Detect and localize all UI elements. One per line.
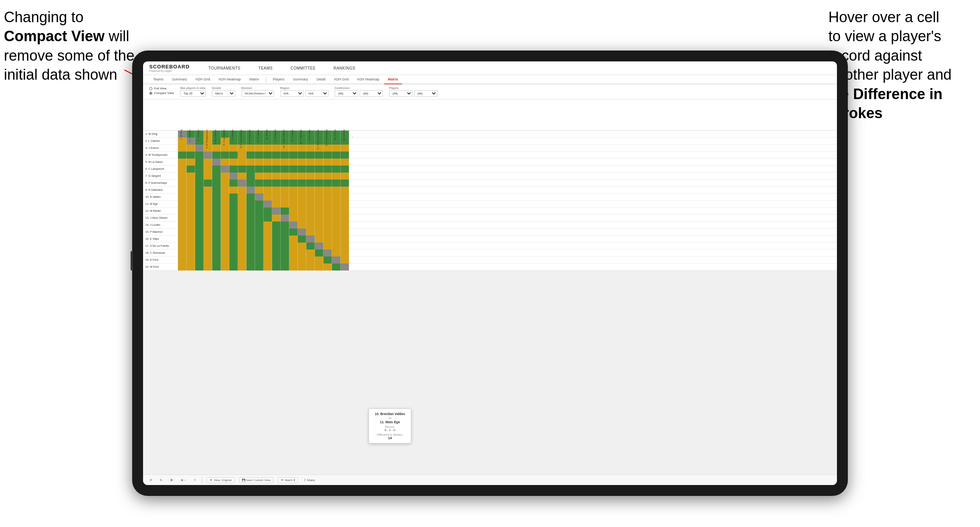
cell-13-10[interactable] [255, 215, 264, 222]
cell-9-9[interactable] [246, 187, 255, 194]
cell-11-8[interactable] [238, 201, 246, 208]
cell-5-15[interactable] [298, 159, 306, 166]
cell-7-13[interactable] [281, 173, 289, 180]
cell-14-1[interactable] [178, 222, 187, 229]
cell-19-13[interactable] [281, 257, 289, 264]
cell-7-12[interactable] [272, 173, 281, 180]
cell-18-19[interactable] [332, 250, 341, 257]
cell-17-12[interactable] [272, 243, 281, 250]
cell-14-16[interactable] [306, 222, 315, 229]
cell-4-15[interactable] [298, 152, 306, 159]
cell-16-7[interactable] [229, 236, 238, 243]
cell-1-10[interactable] [255, 131, 264, 138]
cell-17-7[interactable] [229, 243, 238, 250]
cell-11-14[interactable] [289, 201, 298, 208]
cell-6-8[interactable] [238, 166, 246, 173]
cell-3-11[interactable] [264, 145, 272, 152]
cell-15-17[interactable] [315, 229, 323, 236]
cell-2-10[interactable] [255, 138, 264, 145]
cell-7-4[interactable] [204, 173, 212, 180]
cell-7-6[interactable] [221, 173, 229, 180]
cell-10-3[interactable] [195, 194, 204, 201]
cell-7-2[interactable] [187, 173, 195, 180]
cell-15-11[interactable] [264, 229, 272, 236]
cell-3-2[interactable] [187, 145, 195, 152]
players-select-1[interactable]: (All) [389, 90, 412, 97]
cell-14-7[interactable] [229, 222, 238, 229]
cell-2-3[interactable] [195, 138, 204, 145]
cell-15-13[interactable] [281, 229, 289, 236]
cell-5-9[interactable] [246, 159, 255, 166]
cell-13-20[interactable] [341, 215, 349, 222]
cell-10-15[interactable] [298, 194, 306, 201]
cell-17-4[interactable] [204, 243, 212, 250]
cell-19-7[interactable] [229, 257, 238, 264]
cell-20-17[interactable] [315, 264, 323, 270]
tab-h2h-grid2[interactable]: H2H Grid [330, 75, 353, 84]
watch-button[interactable]: 👁 Watch ▾ [278, 477, 298, 483]
cell-17-15[interactable] [298, 243, 306, 250]
cell-8-12[interactable] [272, 180, 281, 187]
cell-12-8[interactable] [238, 208, 246, 215]
cell-14-10[interactable] [255, 222, 264, 229]
cell-2-16[interactable] [306, 138, 315, 145]
cell-16-19[interactable] [332, 236, 341, 243]
cell-18-16[interactable] [306, 250, 315, 257]
cell-7-15[interactable] [298, 173, 306, 180]
cell-11-2[interactable] [187, 201, 195, 208]
cell-16-10[interactable] [255, 236, 264, 243]
cell-7-7[interactable] [229, 173, 238, 180]
cell-16-18[interactable] [323, 236, 332, 243]
cell-15-1[interactable] [178, 229, 187, 236]
tab-h2h-grid[interactable]: H2H Grid [192, 75, 214, 84]
cell-12-18[interactable] [323, 208, 332, 215]
cell-18-9[interactable] [246, 250, 255, 257]
cell-9-14[interactable] [289, 187, 298, 194]
cell-4-18[interactable] [323, 152, 332, 159]
cell-12-6[interactable] [221, 208, 229, 215]
cell-20-4[interactable] [204, 264, 212, 270]
cell-11-7[interactable] [229, 201, 238, 208]
cell-6-1[interactable] [178, 166, 187, 173]
cell-17-5[interactable] [212, 243, 221, 250]
cell-4-19[interactable] [332, 152, 341, 159]
cell-14-2[interactable] [187, 222, 195, 229]
cell-14-8[interactable] [238, 222, 246, 229]
cell-3-5[interactable] [212, 145, 221, 152]
cell-10-14[interactable] [289, 194, 298, 201]
cell-15-16[interactable] [306, 229, 315, 236]
cell-18-10[interactable] [255, 250, 264, 257]
cell-7-14[interactable] [289, 173, 298, 180]
cell-18-8[interactable] [238, 250, 246, 257]
tab-h2h-heatmap2[interactable]: H2H Heatmap [353, 75, 383, 84]
cell-14-9[interactable] [246, 222, 255, 229]
cell-17-1[interactable] [178, 243, 187, 250]
cell-19-18[interactable] [323, 257, 332, 264]
cell-13-13[interactable] [281, 215, 289, 222]
cell-16-17[interactable] [315, 236, 323, 243]
cell-5-10[interactable] [255, 159, 264, 166]
cell-5-8[interactable] [238, 159, 246, 166]
cell-13-14[interactable] [289, 215, 298, 222]
cell-3-1[interactable] [178, 145, 187, 152]
cell-5-3[interactable] [195, 159, 204, 166]
cell-2-6[interactable] [221, 138, 229, 145]
cell-18-2[interactable] [187, 250, 195, 257]
cell-18-17[interactable] [315, 250, 323, 257]
cell-13-1[interactable] [178, 215, 187, 222]
cell-10-8[interactable] [238, 194, 246, 201]
cell-8-8[interactable] [238, 180, 246, 187]
players-select-2[interactable]: (All) [414, 90, 437, 97]
cell-18-13[interactable] [281, 250, 289, 257]
cell-18-14[interactable] [289, 250, 298, 257]
redo-button[interactable]: ↻ [158, 478, 164, 483]
cell-4-2[interactable] [187, 152, 195, 159]
cell-15-3[interactable] [195, 229, 204, 236]
cell-14-19[interactable] [332, 222, 341, 229]
cell-19-12[interactable] [272, 257, 281, 264]
cell-11-19[interactable] [332, 201, 341, 208]
cell-11-17[interactable] [315, 201, 323, 208]
cell-20-14[interactable] [289, 264, 298, 270]
cell-4-13[interactable] [281, 152, 289, 159]
cell-10-16[interactable] [306, 194, 315, 201]
